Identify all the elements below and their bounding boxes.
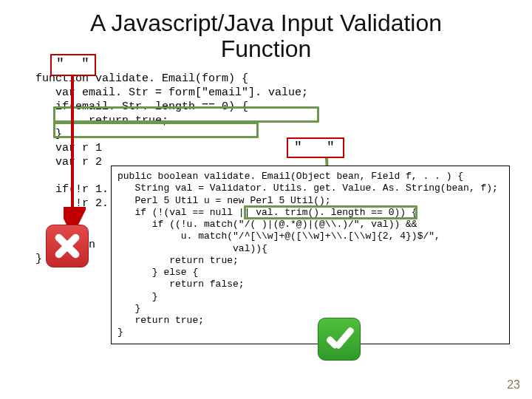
check-icon [318,318,361,361]
quote-highlight-left: " " [50,54,96,76]
quote-highlight-right: " " [287,137,344,158]
java-code-block: public boolean validate. Email(Object be… [111,166,510,344]
quote-mark: " [81,56,89,71]
cross-icon [46,225,89,267]
page-number: 23 [507,378,520,392]
title-line-2: Function [221,35,312,62]
java-code-text: public boolean validate. Email(Object be… [117,171,498,338]
quote-mark: " [294,140,302,154]
title-line-1: A Javascript/Java Input Validation [90,10,442,36]
quote-mark: " [327,140,335,154]
quote-mark: " [56,56,64,71]
